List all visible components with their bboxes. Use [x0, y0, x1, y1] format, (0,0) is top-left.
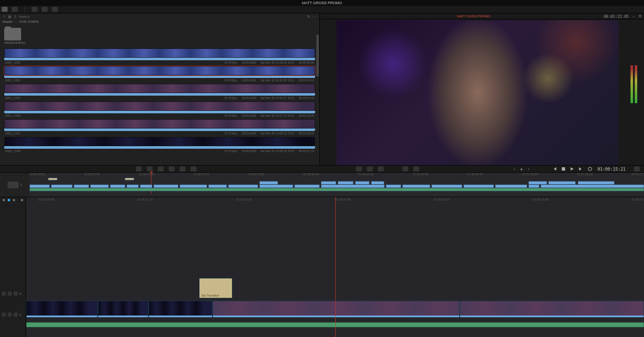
link-icon[interactable]: [413, 166, 419, 171]
mute-icon[interactable]: [8, 292, 12, 296]
settings-icon[interactable]: ⚙: [639, 14, 641, 18]
enable-icon[interactable]: [13, 313, 18, 317]
overview-clip[interactable]: [321, 181, 336, 185]
stop-button-icon[interactable]: [561, 166, 566, 171]
loop-icon[interactable]: [587, 166, 593, 171]
overview-clip[interactable]: [48, 178, 57, 180]
scrollbar-vertical[interactable]: [316, 35, 319, 77]
overview-tracks[interactable]: 01:00:00:0001:00:07:0001:00:14:0001:00:2…: [30, 173, 644, 197]
overview-clip[interactable]: [125, 178, 134, 180]
expand-icon[interactable]: [634, 166, 640, 171]
overview-clip[interactable]: [30, 185, 50, 188]
overview-clip[interactable]: [495, 185, 527, 188]
overview-clip[interactable]: [548, 181, 576, 185]
enable-icon[interactable]: [13, 292, 18, 296]
overview-clip[interactable]: [154, 185, 178, 188]
overview-clip[interactable]: [528, 185, 539, 188]
overview-clip[interactable]: [180, 185, 207, 188]
marker-icon[interactable]: [378, 166, 384, 171]
timeline-clip[interactable]: [26, 301, 98, 318]
tools-icon[interactable]: [356, 166, 362, 171]
overview-clip[interactable]: [541, 185, 644, 188]
overview-clip[interactable]: [528, 181, 547, 185]
clip-filmstrip[interactable]: [4, 84, 315, 93]
overview-clip[interactable]: [321, 185, 385, 188]
tool-more[interactable]: [21, 199, 23, 201]
overview-clip[interactable]: [338, 181, 353, 185]
media-clip[interactable]: A002_C00723.976fps1920x1080Sat Mar 30 14…: [4, 119, 315, 136]
breadcrumb-root[interactable]: Master: [3, 20, 13, 24]
overview-clip[interactable]: [431, 185, 462, 188]
clip-filmstrip[interactable]: [4, 48, 315, 58]
overview-clip[interactable]: [402, 185, 430, 188]
play-icon[interactable]: [570, 166, 574, 171]
overview-clip[interactable]: [578, 181, 614, 185]
media-clip[interactable]: A001_C00123.976fps1920x1080Sat Mar 30 18…: [4, 48, 315, 65]
overview-clip[interactable]: [355, 181, 369, 185]
timeline-body[interactable]: 01:00:09:0801:00:11:1601:00:14:0001:00:1…: [26, 197, 644, 337]
search-icon[interactable]: ⚲: [14, 15, 16, 19]
viewer[interactable]: [337, 20, 619, 165]
next-edit-icon[interactable]: ›: [528, 167, 529, 171]
overview-clip[interactable]: [371, 181, 384, 185]
append-icon[interactable]: [147, 166, 153, 171]
overview-clip[interactable]: [74, 185, 89, 188]
overview-clip[interactable]: [228, 185, 258, 188]
lock-icon[interactable]: [2, 292, 6, 296]
tool-blade[interactable]: [8, 199, 10, 201]
media-clip[interactable]: A001_C00423.976fps1920x1080Sat Mar 30 18…: [4, 102, 315, 118]
clip-filmstrip[interactable]: [4, 102, 315, 111]
snapping-icon[interactable]: [402, 166, 408, 171]
more-icon[interactable]: ⋯: [313, 15, 316, 19]
timeline-title-clip[interactable]: Dip Transition: [199, 278, 232, 298]
overview-clip[interactable]: [90, 185, 109, 188]
view-list-icon[interactable]: ≡: [3, 15, 5, 19]
clip-filmstrip[interactable]: [4, 66, 315, 75]
media-clip[interactable]: A001_C00223.976fps1920x1080Sat Mar 30 18…: [4, 66, 315, 83]
place-on-top-icon[interactable]: [180, 166, 186, 171]
overview-clip-audio[interactable]: [30, 188, 644, 191]
timeline-playhead[interactable]: [335, 197, 336, 337]
search-label[interactable]: Search: [19, 15, 30, 19]
titles-icon[interactable]: [42, 7, 48, 12]
overview-clip[interactable]: [140, 185, 152, 188]
tool-arrow[interactable]: [3, 199, 5, 201]
speed-icon[interactable]: [367, 166, 373, 171]
timeline-clip[interactable]: [148, 301, 213, 318]
tool-trim[interactable]: [13, 199, 15, 201]
sync-bin-icon[interactable]: [12, 7, 18, 12]
overview-clip[interactable]: [110, 185, 125, 188]
overview-clip[interactable]: [259, 185, 293, 188]
media-pool-icon[interactable]: [2, 7, 8, 12]
last-frame-icon[interactable]: [578, 166, 583, 171]
close-up-icon[interactable]: [169, 166, 175, 171]
dropdown-icon[interactable]: ⌄: [632, 14, 635, 18]
mute-icon[interactable]: [8, 313, 12, 317]
timeline-clip[interactable]: [460, 301, 644, 318]
stop-icon[interactable]: ●: [520, 167, 523, 171]
media-clip[interactable]: A002_C00823.976fps1920x1080Sat Mar 30 16…: [4, 137, 315, 154]
first-frame-icon[interactable]: [552, 166, 557, 171]
timeline-clip[interactable]: [213, 301, 460, 318]
track-sync-toggle[interactable]: [8, 182, 19, 188]
overview-clip[interactable]: [386, 185, 401, 188]
overview-ruler[interactable]: 01:00:00:0001:00:07:0001:00:14:0001:00:2…: [30, 173, 644, 177]
folder-tile[interactable]: [4, 28, 21, 40]
overview-clip[interactable]: [51, 185, 73, 188]
smart-insert-icon[interactable]: [136, 166, 142, 171]
timeline-clip[interactable]: [98, 301, 148, 318]
overview-clip[interactable]: [208, 185, 227, 188]
overview-clip[interactable]: [127, 185, 139, 188]
overview-clip[interactable]: [463, 185, 494, 188]
lock-icon[interactable]: [2, 313, 6, 317]
overview-clip[interactable]: [259, 181, 278, 185]
overview-clip[interactable]: [294, 185, 320, 188]
clip-filmstrip[interactable]: [4, 119, 315, 128]
effects-icon[interactable]: [52, 7, 58, 12]
breadcrumb-current[interactable]: FIVE STARS: [19, 20, 39, 24]
ripple-overwrite-icon[interactable]: [158, 166, 164, 171]
prev-edit-icon[interactable]: ‹: [514, 167, 515, 171]
clip-filmstrip[interactable]: [4, 137, 315, 146]
transitions-icon[interactable]: [32, 7, 38, 12]
media-clip[interactable]: A001_C00323.976fps1920x1080Sat Mar 30 15…: [4, 84, 315, 101]
